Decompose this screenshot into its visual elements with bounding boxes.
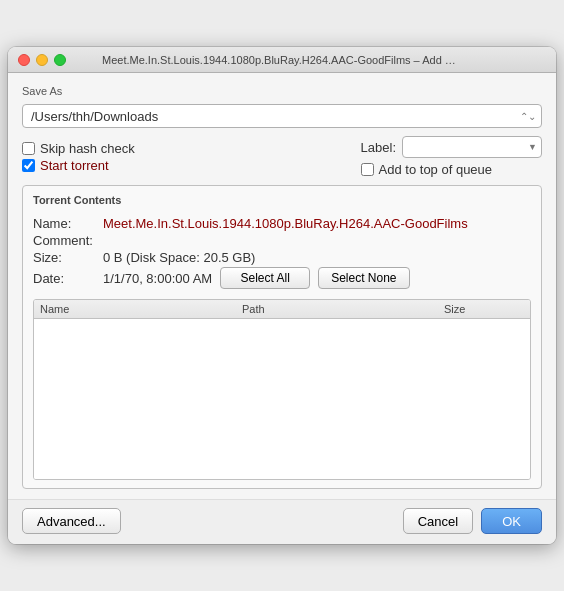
footer-bar: Advanced... Cancel OK [8, 499, 556, 544]
file-table-body [34, 319, 530, 479]
path-selector-wrapper: /Users/thh/Downloads ⌃⌄ [22, 104, 542, 128]
close-button[interactable] [18, 54, 30, 66]
name-value: Meet.Me.In.St.Louis.1944.1080p.BluRay.H2… [103, 216, 468, 231]
info-row-size: Size: 0 B (Disk Space: 20.5 GB) [33, 249, 531, 266]
maximize-button[interactable] [54, 54, 66, 66]
info-table: Name: Meet.Me.In.St.Louis.1944.1080p.Blu… [33, 215, 531, 290]
start-torrent-checkbox[interactable] [22, 159, 35, 172]
start-torrent-row: Start torrent [22, 158, 135, 173]
date-buttons-row: 1/1/70, 8:00:00 AM Select All Select Non… [103, 267, 531, 289]
advanced-button[interactable]: Advanced... [22, 508, 121, 534]
file-table: Name Path Size [33, 299, 531, 480]
comment-label: Comment: [33, 233, 93, 248]
window-title: Meet.Me.In.St.Louis.1944.1080p.BluRay.H2… [102, 54, 462, 66]
date-label-cell: Date: [33, 266, 103, 290]
torrent-contents-header: Torrent Contents [33, 194, 531, 206]
traffic-lights [18, 54, 66, 66]
name-label-cell: Name: [33, 215, 103, 232]
right-col: Label: ▼ Add to top of queue [361, 136, 542, 177]
size-value-cell: 0 B (Disk Space: 20.5 GB) [103, 249, 531, 266]
options-left: Skip hash check Start torrent [22, 141, 135, 173]
cancel-button[interactable]: Cancel [403, 508, 473, 534]
save-as-section: Save As /Users/thh/Downloads ⌃⌄ [22, 85, 542, 128]
file-table-header: Name Path Size [34, 300, 530, 319]
size-value: 0 B (Disk Space: 20.5 GB) [103, 250, 255, 265]
save-as-label: Save As [22, 85, 542, 97]
info-row-name: Name: Meet.Me.In.St.Louis.1944.1080p.Blu… [33, 215, 531, 232]
name-value-cell: Meet.Me.In.St.Louis.1944.1080p.BluRay.H2… [103, 215, 531, 232]
skip-hash-checkbox[interactable] [22, 142, 35, 155]
bottom-right-buttons: Cancel OK [403, 508, 542, 534]
start-torrent-label[interactable]: Start torrent [40, 158, 109, 173]
date-value-cell: 1/1/70, 8:00:00 AM Select All Select Non… [103, 266, 531, 290]
options-row: Skip hash check Start torrent Label: ▼ [22, 136, 542, 177]
skip-hash-row: Skip hash check [22, 141, 135, 156]
ok-button[interactable]: OK [481, 508, 542, 534]
select-all-button[interactable]: Select All [220, 267, 310, 289]
name-label: Name: [33, 216, 71, 231]
add-to-queue-label[interactable]: Add to top of queue [379, 162, 492, 177]
date-label: Date: [33, 271, 64, 286]
add-to-queue-row: Add to top of queue [361, 162, 542, 177]
info-row-comment: Comment: [33, 232, 531, 249]
content-area: Save As /Users/thh/Downloads ⌃⌄ Skip has… [8, 73, 556, 499]
label-select[interactable] [402, 136, 542, 158]
size-label: Size: [33, 250, 62, 265]
comment-label-cell: Comment: [33, 232, 103, 249]
col-name: Name [40, 303, 242, 315]
path-selector[interactable]: /Users/thh/Downloads [22, 104, 542, 128]
date-value: 1/1/70, 8:00:00 AM [103, 271, 212, 286]
label-select-wrapper: ▼ [402, 136, 542, 158]
label-row: Label: ▼ [361, 136, 542, 158]
skip-hash-label[interactable]: Skip hash check [40, 141, 135, 156]
info-row-date: Date: 1/1/70, 8:00:00 AM Select All Sele… [33, 266, 531, 290]
col-path: Path [242, 303, 444, 315]
options-right: Label: ▼ Add to top of queue [361, 136, 542, 177]
select-none-button[interactable]: Select None [318, 267, 409, 289]
col-size: Size [444, 303, 524, 315]
add-to-queue-checkbox[interactable] [361, 163, 374, 176]
torrent-contents-section: Torrent Contents Name: Meet.Me.In.St.Lou… [22, 185, 542, 489]
comment-value-cell [103, 232, 531, 249]
label-field-label: Label: [361, 140, 396, 155]
minimize-button[interactable] [36, 54, 48, 66]
titlebar: Meet.Me.In.St.Louis.1944.1080p.BluRay.H2… [8, 47, 556, 73]
size-label-cell: Size: [33, 249, 103, 266]
main-window: Meet.Me.In.St.Louis.1944.1080p.BluRay.H2… [8, 47, 556, 544]
